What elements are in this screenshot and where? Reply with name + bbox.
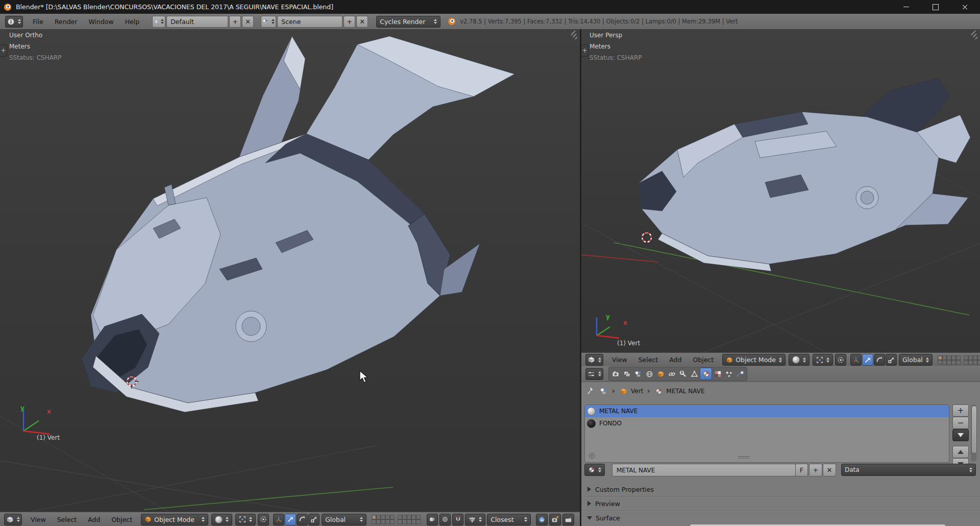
layers-widget-group2[interactable] [398, 515, 421, 524]
pivot-point-selector[interactable] [813, 354, 833, 366]
manipulate-center-points-button[interactable] [258, 514, 269, 525]
panel-surface[interactable]: Surface [581, 512, 980, 523]
menu-view[interactable]: View [606, 356, 633, 364]
scale-manipulator-button[interactable] [308, 514, 320, 525]
material-name-field[interactable]: METAL NAVE [612, 464, 796, 476]
rotate-manipulator-button[interactable] [874, 354, 885, 366]
corner-resize-grip[interactable] [568, 31, 578, 41]
opengl-clip-button[interactable] [562, 514, 574, 525]
manipulator-toggle-button[interactable] [850, 354, 862, 366]
menu-select[interactable]: Select [52, 516, 83, 523]
tab-object[interactable] [655, 368, 666, 379]
viewport-3d-left[interactable]: User Ortho Meters SStatus: CSHARP y x z … [0, 29, 580, 512]
menu-select[interactable]: Select [633, 356, 664, 364]
add-material-slot-button[interactable]: + [952, 404, 969, 417]
snap-element-selector[interactable] [465, 514, 485, 525]
panel-preview[interactable]: Preview [581, 498, 980, 509]
tab-modifiers[interactable] [677, 368, 689, 379]
snap-target-selector[interactable]: Closest [487, 514, 531, 525]
menu-window[interactable]: Window [83, 18, 119, 26]
move-slot-up-button[interactable] [952, 446, 969, 458]
delete-scene-button[interactable]: ✕ [356, 16, 368, 28]
menu-render[interactable]: Render [49, 18, 83, 26]
tab-render-layers[interactable] [621, 368, 632, 379]
scene-icon-button[interactable] [261, 16, 276, 28]
breadcrumb-material[interactable]: METAL NAVE [666, 388, 704, 395]
screen-layout-icon-button[interactable] [152, 16, 165, 28]
translate-manipulator-button[interactable] [285, 514, 296, 525]
delete-layout-button[interactable]: ✕ [242, 16, 254, 28]
breadcrumb-separator-icon [612, 389, 615, 393]
menu-object[interactable]: Object [687, 356, 719, 364]
new-material-button[interactable]: + [809, 464, 822, 476]
pin-icon[interactable] [586, 387, 595, 395]
properties-scrollbar-thumb[interactable] [971, 405, 977, 453]
layers-widget-group2[interactable] [964, 355, 980, 365]
mode-selector[interactable]: Object Mode [722, 354, 786, 366]
menu-add[interactable]: Add [82, 516, 106, 523]
tab-world[interactable] [644, 368, 655, 379]
editor-type-3dview-button[interactable] [585, 354, 603, 366]
properties-scrollbar-track[interactable] [971, 404, 976, 462]
list-filter-toggle-icon[interactable] [588, 452, 596, 460]
remove-material-slot-button[interactable]: − [952, 417, 969, 429]
tab-physics[interactable] [734, 368, 746, 379]
corner-resize-grip[interactable] [968, 31, 978, 41]
editor-type-3dview-button[interactable] [4, 514, 22, 525]
scene-selector[interactable]: Scene [277, 16, 342, 28]
menu-object[interactable]: Object [106, 516, 138, 523]
region-expand-handle[interactable]: + [581, 44, 589, 57]
close-button[interactable] [950, 0, 980, 14]
material-specials-button[interactable] [952, 429, 969, 441]
viewport-3d-right[interactable]: User Persp Meters SStatus: CSHARP y x (1… [581, 29, 980, 352]
opengl-render-button[interactable] [536, 514, 548, 525]
material-slot-row[interactable]: FONDO [585, 417, 949, 429]
material-slot-row[interactable]: METAL NAVE [585, 405, 949, 417]
region-expand-handle[interactable]: + [0, 44, 7, 57]
tab-object-data[interactable] [689, 368, 700, 379]
menu-add[interactable]: Add [664, 356, 687, 364]
render-engine-selector[interactable]: Cycles Render [376, 16, 440, 28]
mode-selector[interactable]: Object Mode [141, 514, 208, 525]
translate-manipulator-button[interactable] [862, 354, 873, 366]
tab-constraints[interactable] [666, 368, 677, 379]
opengl-render-anim-button[interactable] [549, 514, 561, 525]
fake-user-button[interactable]: F [795, 464, 808, 476]
layers-widget-group1[interactable] [938, 355, 961, 365]
lock-to-scene-button[interactable] [427, 514, 438, 525]
menu-file[interactable]: File [27, 18, 49, 26]
manipulate-center-points-button[interactable] [835, 354, 846, 366]
menu-help[interactable]: Help [119, 18, 145, 26]
pivot-point-selector[interactable] [235, 514, 256, 525]
screen-layout-selector[interactable]: Default [166, 16, 228, 28]
maximize-button[interactable] [921, 0, 950, 14]
tab-render[interactable] [610, 368, 621, 379]
tab-material[interactable] [700, 368, 712, 380]
camera-icon [612, 370, 620, 378]
layers-widget-group1[interactable] [372, 515, 395, 524]
viewport-shading-selector[interactable] [789, 354, 810, 366]
editor-type-info-button[interactable] [5, 16, 23, 28]
panel-custom-properties[interactable]: Custom Properties [581, 484, 980, 495]
add-scene-button[interactable]: + [344, 16, 355, 28]
minimize-button[interactable] [891, 0, 921, 14]
list-resize-grip[interactable] [738, 455, 749, 460]
scale-manipulator-button[interactable] [886, 354, 897, 366]
tab-particles[interactable] [723, 368, 734, 379]
add-layout-button[interactable]: + [229, 16, 241, 28]
viewport-shading-selector[interactable] [211, 514, 232, 525]
proportional-edit-button[interactable] [439, 514, 451, 525]
transform-orientation-selector[interactable]: Global [899, 354, 933, 366]
tab-texture[interactable] [712, 368, 723, 379]
manipulator-toggle-button[interactable] [273, 514, 284, 525]
transform-orientation-selector[interactable]: Global [322, 514, 366, 525]
snap-toggle-button[interactable] [452, 514, 463, 525]
editor-type-properties-button[interactable] [585, 368, 603, 380]
rotate-manipulator-button[interactable] [297, 514, 308, 525]
tab-scene[interactable] [632, 368, 644, 379]
material-link-selector[interactable]: Data [841, 464, 976, 476]
unlink-material-button[interactable]: ✕ [823, 464, 836, 476]
browse-material-button[interactable] [584, 464, 605, 476]
breadcrumb-object[interactable]: Vert [631, 388, 643, 395]
menu-view[interactable]: View [25, 516, 52, 523]
